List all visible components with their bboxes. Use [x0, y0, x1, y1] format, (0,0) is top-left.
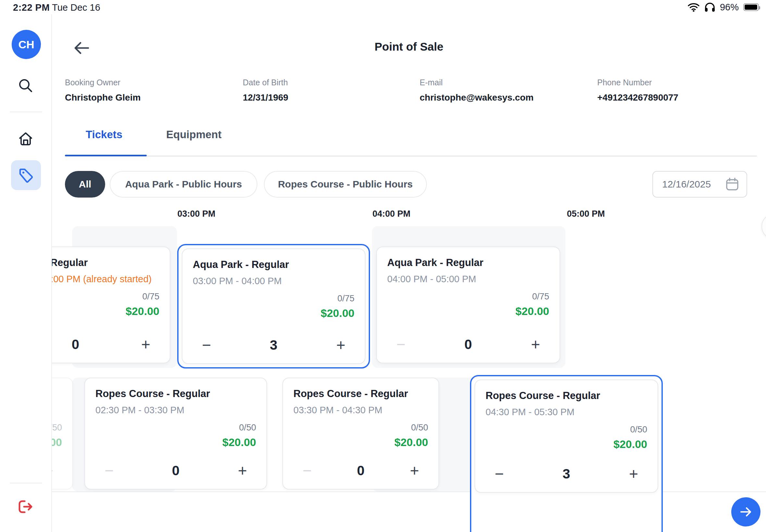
field-value: +491234267890077 — [597, 92, 678, 103]
phone-field: Phone Number +491234267890077 — [597, 78, 678, 103]
plus-button[interactable]: + — [52, 463, 53, 478]
quantity-stepper: −0+ — [95, 463, 256, 478]
ticket-card[interactable]: Aqua Park - Regular04:00 PM - 05:00 PM0/… — [376, 247, 560, 363]
time-header-5pm: 05:00 PM — [567, 209, 605, 219]
battery-icon — [743, 3, 759, 11]
field-label: Booking Owner — [65, 78, 140, 87]
tag-icon — [18, 167, 34, 184]
quantity-stepper: −0+ — [293, 463, 428, 478]
ticket-capacity: 0/50 — [486, 425, 647, 435]
filter-chip-all[interactable]: All — [65, 171, 105, 198]
minus-button[interactable]: − — [104, 463, 114, 478]
logout-icon[interactable] — [17, 498, 35, 516]
plus-button[interactable]: + — [238, 463, 247, 478]
filter-chip-aqua-park[interactable]: Aqua Park - Public Hours — [110, 171, 257, 198]
time-header-4pm: 04:00 PM — [372, 209, 410, 219]
ticket-price: $20.00 — [486, 438, 647, 451]
ticket-title: Ropes Course - Regular — [486, 390, 647, 402]
ticket-count: 0 — [465, 337, 472, 352]
ticket-count: 0 — [357, 463, 364, 478]
minus-button[interactable]: − — [396, 337, 406, 352]
ticket-count: 3 — [563, 466, 570, 482]
ticket-count: 3 — [270, 337, 277, 353]
headphones-icon — [704, 2, 715, 12]
date-picker-value: 12/16/2025 — [662, 179, 726, 190]
quantity-stepper: −3+ — [486, 466, 647, 482]
quantity-stepper: −0+ — [387, 337, 549, 352]
ticket-price: $20.00 — [52, 305, 159, 318]
ticket-time-range: 02:30 PM - 03:30 PM — [95, 405, 256, 416]
ticket-card[interactable]: Aqua Park - Regular03:00 PM - 04:00 PM0/… — [177, 244, 370, 369]
ticket-capacity: 0/75 — [52, 292, 159, 302]
ticket-time-range: 01:30 PM - 02:30 PM — [52, 405, 62, 416]
time-header-3pm: 03:00 PM — [177, 209, 215, 219]
plus-button[interactable]: + — [531, 337, 540, 352]
plus-button[interactable]: + — [141, 337, 150, 352]
status-time: 2:22 PM — [13, 0, 50, 15]
ticket-time-range: 04:30 PM - 05:30 PM — [486, 407, 647, 417]
email-field: E-mail christophe@wakesys.com — [420, 78, 534, 103]
quantity-stepper: −0+ — [52, 463, 62, 478]
ticket-title: Ropes Course - Regular — [293, 388, 428, 400]
sidebar: CH — [0, 14, 52, 532]
ticket-title: Ropes Course - Regular — [95, 388, 256, 400]
status-bar: 2:22 PM Tue Dec 16 96% — [0, 0, 766, 14]
page-title: Point of Sale — [52, 40, 766, 53]
ticket-time-range: 03:00 PM - 04:00 PM — [193, 276, 354, 286]
booking-owner-field: Booking Owner Christophe Gleim — [65, 78, 140, 103]
ticket-title: Aqua Park - Regular — [52, 257, 159, 269]
quantity-stepper: −3+ — [193, 337, 354, 353]
ticket-time-range: 04:00 PM - 05:00 PM — [387, 274, 549, 284]
point-of-sale-screen: 2:22 PM Tue Dec 16 96% CH — [0, 0, 766, 532]
ticket-card[interactable]: Ropes Course - Regular04:30 PM - 05:30 P… — [470, 375, 663, 532]
ticket-card[interactable]: Ropes Course - Regular02:30 PM - 03:30 P… — [84, 378, 267, 490]
ticket-price: $20.00 — [387, 305, 549, 318]
continue-button[interactable] — [731, 497, 760, 526]
ticket-capacity: 0/50 — [52, 423, 62, 433]
ticket-capacity: 0/75 — [387, 292, 549, 302]
ticket-count: 0 — [172, 463, 179, 478]
date-of-birth-field: Date of Birth 12/31/1969 — [243, 78, 288, 103]
scroll-next-button[interactable] — [761, 213, 766, 239]
right-arrow-icon — [738, 504, 753, 519]
plus-button[interactable]: + — [336, 337, 345, 353]
ticket-title: Ropes Course - Regular — [52, 388, 62, 400]
calendar-icon — [726, 177, 739, 191]
ticket-card[interactable]: Ropes Course - Regular03:30 PM - 04:30 P… — [282, 378, 439, 490]
avatar[interactable]: CH — [12, 30, 41, 59]
quantity-stepper: −0+ — [52, 337, 159, 352]
ticket-time-range: 03:30 PM - 04:30 PM — [293, 405, 428, 416]
tab-tickets[interactable]: Tickets — [86, 128, 122, 141]
sidebar-divider-top — [10, 112, 42, 112]
tab-divider — [65, 156, 757, 156]
minus-button[interactable]: − — [202, 337, 211, 353]
ticket-capacity: 0/50 — [293, 423, 428, 433]
active-tab-indicator — [65, 155, 147, 156]
tab-equipment[interactable]: Equipment — [166, 128, 222, 141]
home-icon[interactable] — [17, 130, 35, 148]
field-value: Christophe Gleim — [65, 92, 140, 103]
battery-percent: 96% — [720, 2, 739, 13]
wifi-icon — [687, 2, 700, 12]
field-value: christophe@wakesys.com — [420, 92, 534, 103]
minus-button[interactable]: − — [302, 463, 311, 478]
ticket-title: Aqua Park - Regular — [387, 257, 549, 269]
ticket-capacity: 0/50 — [95, 423, 256, 433]
search-icon[interactable] — [17, 77, 35, 95]
ticket-price: $20.00 — [52, 436, 62, 449]
ticket-price: $20.00 — [95, 436, 256, 449]
minus-button[interactable]: − — [495, 466, 504, 482]
ticket-card[interactable]: Aqua Park - Regular02:00 PM - 03:00 PM (… — [52, 247, 170, 363]
sidebar-item-tickets[interactable] — [11, 160, 41, 190]
date-picker[interactable]: 12/16/2025 — [652, 171, 747, 198]
ticket-card[interactable]: Ropes Course - Regular01:30 PM - 02:30 P… — [52, 378, 73, 490]
ticket-title: Aqua Park - Regular — [193, 259, 354, 271]
ticket-price: $20.00 — [193, 307, 354, 320]
ticket-price: $20.00 — [293, 436, 428, 449]
field-label: E-mail — [420, 78, 534, 87]
main-content: Point of Sale Booking Owner Christophe G… — [52, 14, 766, 532]
field-label: Date of Birth — [243, 78, 288, 87]
plus-button[interactable]: + — [410, 463, 419, 478]
plus-button[interactable]: + — [629, 466, 638, 482]
filter-chip-ropes-course[interactable]: Ropes Course - Public Hours — [264, 171, 427, 198]
